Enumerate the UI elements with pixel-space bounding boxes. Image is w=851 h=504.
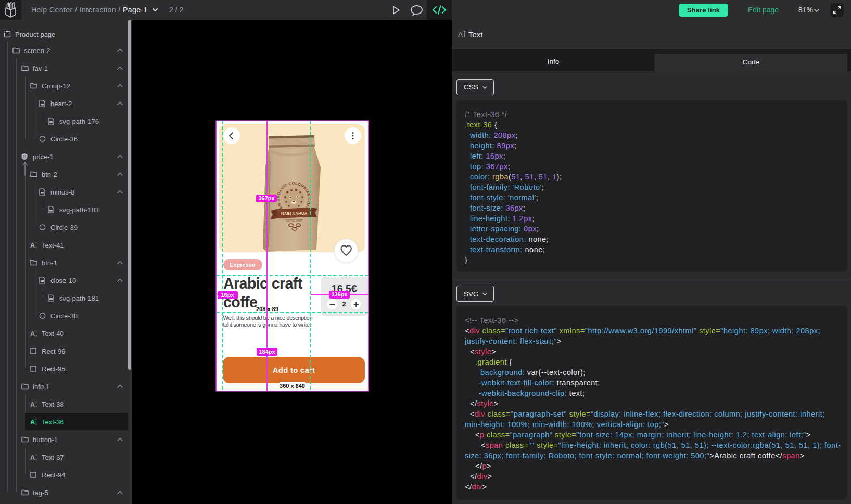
- svg-text:A: A: [30, 330, 35, 337]
- svg-text:NABI NAHUA: NABI NAHUA: [281, 211, 308, 216]
- svg-text:COFFEE SHOP: COFFEE SHOP: [286, 219, 302, 222]
- svg-text:A: A: [30, 400, 35, 407]
- svg-text:A: A: [458, 31, 463, 38]
- svg-text:A: A: [30, 418, 35, 425]
- svg-text:A: A: [30, 241, 35, 248]
- svg-text:A: A: [30, 454, 35, 460]
